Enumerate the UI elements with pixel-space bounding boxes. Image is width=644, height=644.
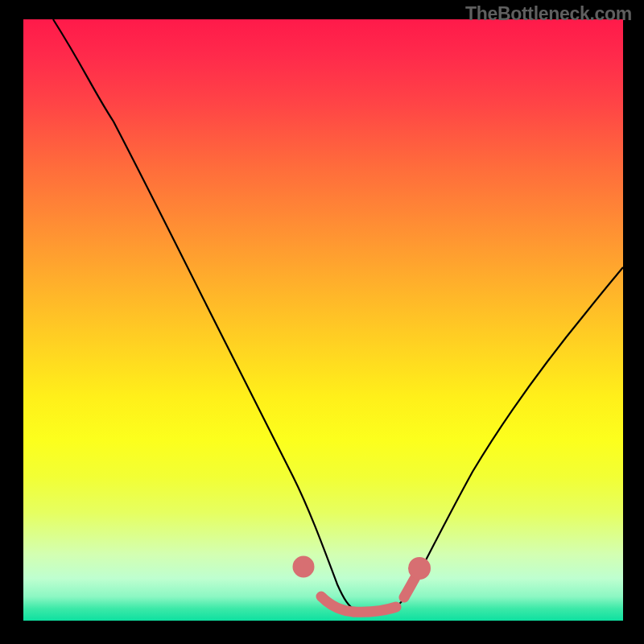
plot-area bbox=[23, 19, 623, 621]
bottleneck-curve bbox=[53, 19, 623, 612]
watermark-text: TheBottleneck.com bbox=[465, 3, 632, 25]
svg-point-0 bbox=[298, 561, 309, 572]
svg-point-1 bbox=[414, 563, 426, 575]
bottom-marker-group bbox=[298, 561, 426, 612]
chart-frame: TheBottleneck.com bbox=[0, 0, 644, 644]
curve-layer bbox=[23, 19, 623, 621]
